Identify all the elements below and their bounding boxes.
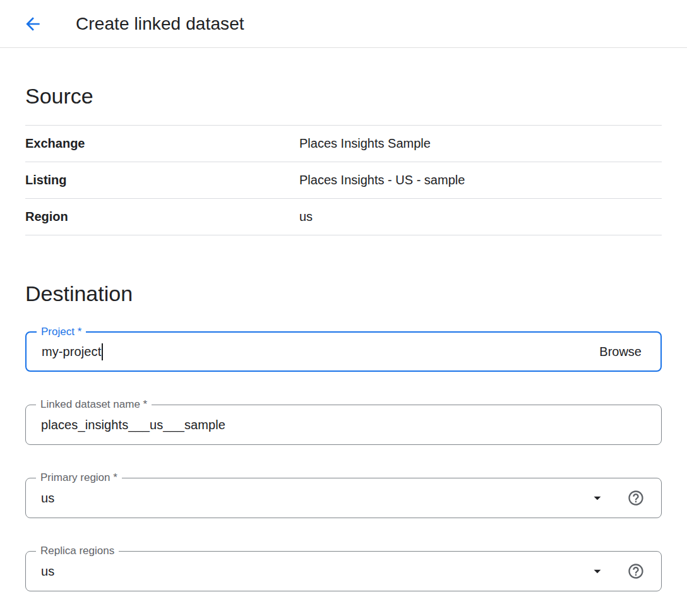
table-row-listing: Listing Places Insights - US - sample bbox=[25, 162, 662, 199]
exchange-value: Places Insights Sample bbox=[299, 136, 431, 151]
table-row-exchange: Exchange Places Insights Sample bbox=[25, 126, 662, 162]
help-icon bbox=[627, 489, 645, 507]
table-row-region: Region us bbox=[25, 199, 662, 235]
exchange-label: Exchange bbox=[25, 136, 299, 151]
page-title: Create linked dataset bbox=[76, 14, 244, 34]
project-input-value: my-project bbox=[42, 345, 101, 359]
primary-region-label: Primary region * bbox=[36, 471, 122, 484]
browse-button[interactable]: Browse bbox=[597, 341, 644, 363]
replica-regions-help-button[interactable] bbox=[627, 562, 645, 580]
chevron-down-icon[interactable] bbox=[589, 490, 606, 506]
project-field-label: Project * bbox=[37, 326, 86, 338]
source-table: Exchange Places Insights Sample Listing … bbox=[25, 125, 662, 235]
replica-regions-label: Replica regions bbox=[36, 545, 119, 557]
region-value: us bbox=[299, 210, 313, 224]
primary-region-select[interactable]: us bbox=[41, 491, 589, 506]
linked-dataset-name-input[interactable]: places_insights___us___sample bbox=[41, 418, 645, 432]
primary-region-field[interactable]: Primary region * us bbox=[25, 478, 662, 518]
back-button[interactable] bbox=[19, 10, 47, 38]
destination-section-heading: Destination bbox=[25, 280, 662, 307]
primary-region-value: us bbox=[41, 491, 54, 506]
linked-dataset-name-field[interactable]: Linked dataset name * places_insights___… bbox=[25, 405, 662, 445]
page-header: Create linked dataset bbox=[0, 0, 687, 48]
linked-dataset-name-value: places_insights___us___sample bbox=[41, 418, 225, 432]
help-icon bbox=[627, 562, 645, 580]
chevron-down-icon[interactable] bbox=[589, 563, 606, 579]
listing-value: Places Insights - US - sample bbox=[299, 173, 465, 187]
region-label: Region bbox=[25, 210, 299, 224]
replica-regions-value: us bbox=[41, 564, 54, 579]
replica-regions-select[interactable]: us bbox=[41, 564, 589, 579]
text-cursor bbox=[102, 343, 103, 360]
listing-label: Listing bbox=[25, 173, 299, 187]
linked-dataset-name-label: Linked dataset name * bbox=[36, 398, 152, 411]
arrow-back-icon bbox=[23, 14, 43, 34]
primary-region-help-button[interactable] bbox=[627, 489, 645, 507]
project-field[interactable]: Project * my-project Browse bbox=[25, 331, 662, 372]
source-section-heading: Source bbox=[25, 82, 662, 110]
project-input[interactable]: my-project bbox=[42, 343, 597, 360]
replica-regions-field[interactable]: Replica regions us bbox=[25, 551, 662, 591]
